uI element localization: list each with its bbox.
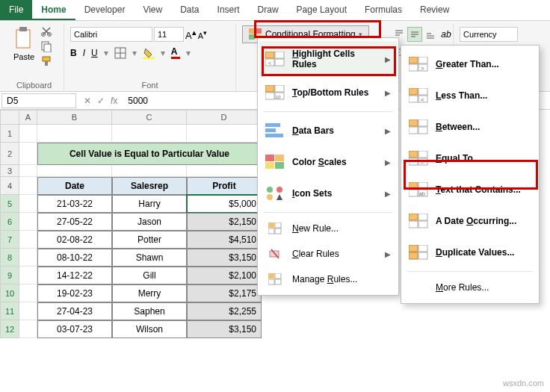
bold-button[interactable]: B <box>70 48 77 58</box>
menu-data-bars[interactable]: Data Bars ▶ <box>259 115 397 146</box>
tab-draw[interactable]: Draw <box>249 0 288 20</box>
tab-page-layout[interactable]: Page Layout <box>288 0 356 20</box>
font-color-icon[interactable]: A <box>171 46 180 59</box>
cell[interactable]: Harry <box>112 195 187 213</box>
decrease-font-icon[interactable]: A▾ <box>198 28 207 40</box>
tab-data[interactable]: Data <box>171 0 208 20</box>
cell[interactable]: Saphen <box>112 302 187 320</box>
cancel-icon[interactable]: ✕ <box>84 96 91 106</box>
select-all-corner[interactable] <box>0 110 19 125</box>
tab-developer[interactable]: Developer <box>75 0 135 20</box>
cell[interactable]: Potter <box>112 231 187 249</box>
row-header[interactable]: 9 <box>0 267 19 284</box>
col-header[interactable]: A <box>19 110 37 125</box>
menu-more-rules[interactable]: More Rules... <box>403 275 537 300</box>
cut-icon[interactable] <box>40 25 52 37</box>
paste-button[interactable]: Paste <box>10 24 37 64</box>
icon-sets-icon <box>265 186 285 201</box>
cell[interactable]: $2,175 <box>187 284 262 302</box>
row-header[interactable]: 2 <box>0 143 19 165</box>
cell[interactable]: Wilson <box>112 320 187 338</box>
tab-insert[interactable]: Insert <box>208 0 249 20</box>
fill-color-icon[interactable] <box>143 47 155 59</box>
borders-icon[interactable] <box>114 47 126 59</box>
align-middle-icon[interactable] <box>407 27 422 42</box>
menu-text-contains[interactable]: ab Text that Contains... <box>403 174 537 205</box>
cell[interactable]: 27-04-23 <box>37 302 112 320</box>
orientation-icon[interactable]: ab <box>439 27 454 42</box>
svg-rect-76 <box>418 119 427 126</box>
tab-view[interactable]: View <box>134 0 171 20</box>
underline-button[interactable]: U <box>91 48 98 58</box>
menu-manage-rules[interactable]: Manage Rules... <box>259 267 397 292</box>
cell[interactable]: 14-12-22 <box>37 267 112 284</box>
format-painter-icon[interactable] <box>40 55 52 67</box>
title-cell[interactable]: Cell Value is Equal to Particular Value <box>37 143 262 165</box>
cell[interactable]: $2,100 <box>187 267 262 284</box>
row-header[interactable]: 7 <box>0 231 19 249</box>
col-header[interactable]: C <box>112 110 187 125</box>
row-header[interactable]: 1 <box>0 125 19 143</box>
cell[interactable]: Jason <box>112 213 187 231</box>
menu-date-occurring[interactable]: A Date Occurring... <box>403 205 537 237</box>
svg-rect-39 <box>265 85 274 92</box>
menu-icon-sets[interactable]: Icon Sets ▶ <box>259 178 397 209</box>
enter-icon[interactable]: ✓ <box>97 96 105 106</box>
font-name-select[interactable] <box>70 27 152 42</box>
menu-highlight-cells-rules[interactable]: < Highlight Cells Rules ▶ <box>259 41 397 77</box>
menu-new-rule[interactable]: New Rule... <box>259 216 397 241</box>
row-header[interactable]: 11 <box>0 302 19 320</box>
menu-equal-to[interactable]: = Equal To... <box>403 143 537 174</box>
row-header[interactable]: 6 <box>0 213 19 231</box>
cell[interactable]: Merry <box>112 284 187 302</box>
svg-rect-41 <box>265 93 274 99</box>
cell[interactable]: 03-07-23 <box>37 320 112 338</box>
tab-review[interactable]: Review <box>411 0 458 20</box>
menu-top-bottom-rules[interactable]: 10 Top/Bottom Rules ▶ <box>259 77 397 108</box>
row-header[interactable]: 12 <box>0 320 19 338</box>
align-bottom-icon[interactable] <box>423 27 438 42</box>
cell[interactable]: Gill <box>112 267 187 284</box>
row-header[interactable]: 8 <box>0 249 19 267</box>
name-box[interactable] <box>1 93 76 108</box>
menu-less-than[interactable]: < Less Than... <box>403 80 537 111</box>
copy-icon[interactable] <box>40 40 52 52</box>
tab-formulas[interactable]: Formulas <box>356 0 411 20</box>
cell[interactable]: $2,255 <box>187 302 262 320</box>
new-rule-icon <box>268 223 282 234</box>
row-header[interactable]: 3 <box>0 165 19 177</box>
tab-home[interactable]: Home <box>32 0 75 20</box>
cell[interactable]: 21-03-22 <box>37 195 112 213</box>
tab-file[interactable]: File <box>0 0 32 20</box>
paste-icon <box>13 27 34 51</box>
cell[interactable]: $4,510 <box>187 231 262 249</box>
menu-clear-rules[interactable]: Clear Rules ▶ <box>259 241 397 267</box>
col-header[interactable]: D <box>187 110 262 125</box>
header-profit[interactable]: Profit <box>187 177 262 195</box>
cell[interactable]: $3,150 <box>187 249 262 267</box>
header-salesrep[interactable]: Salesrep <box>112 177 187 195</box>
header-date[interactable]: Date <box>37 177 112 195</box>
cell[interactable]: Shawn <box>112 249 187 267</box>
menu-color-scales[interactable]: Color Scales ▶ <box>259 146 397 178</box>
svg-point-52 <box>276 187 282 193</box>
font-size-select[interactable] <box>154 27 184 42</box>
cell[interactable]: 27-05-22 <box>37 213 112 231</box>
cell[interactable]: 08-10-22 <box>37 249 112 267</box>
menu-duplicate-values[interactable]: Duplicate Values... <box>403 237 537 268</box>
row-header[interactable]: 4 <box>0 177 19 195</box>
cell[interactable]: $2,150 <box>187 213 262 231</box>
cell-active[interactable]: $5,000 <box>187 195 262 213</box>
col-header[interactable]: B <box>37 110 112 125</box>
row-header[interactable]: 5 <box>0 195 19 213</box>
italic-button[interactable]: I <box>83 48 85 58</box>
cell[interactable]: 19-02-23 <box>37 284 112 302</box>
number-format-select[interactable] <box>460 27 518 42</box>
cell[interactable]: 02-08-22 <box>37 231 112 249</box>
cell[interactable]: $3,150 <box>187 320 262 338</box>
increase-font-icon[interactable]: A▴ <box>185 28 197 41</box>
menu-greater-than[interactable]: > Greater Than... <box>403 49 537 80</box>
menu-between[interactable]: Between... <box>403 111 537 143</box>
fx-icon[interactable]: fx <box>111 96 117 106</box>
row-header[interactable]: 10 <box>0 284 19 302</box>
